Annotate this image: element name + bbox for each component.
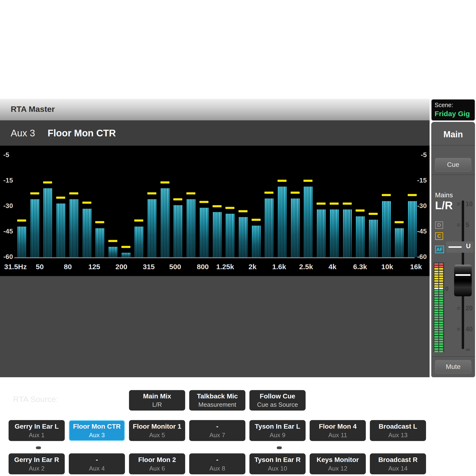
aux-button-title: -	[216, 455, 218, 464]
rta-peak-cap	[238, 210, 248, 212]
meter-segment	[439, 326, 443, 328]
meter-segment	[439, 343, 443, 345]
rta-source-option[interactable]: Main MixL/R	[129, 390, 185, 410]
db-tick-left: -60	[3, 253, 17, 261]
meter-segment	[439, 285, 443, 287]
rta-band-bar	[213, 212, 221, 257]
meter-segment	[439, 300, 443, 301]
aux-select-button[interactable]: Floor Mon 4Aux 11	[310, 420, 366, 441]
aux-select-button[interactable]: Gerry In Ear RAux 2	[9, 453, 65, 474]
rta-band-bar	[56, 204, 65, 257]
fader-knob[interactable]	[454, 265, 472, 296]
db-tick-left: -45	[3, 227, 17, 235]
rta-peak-cap	[82, 202, 91, 204]
rta-peak-cap	[330, 203, 339, 205]
aux-button-sub: Aux 5	[149, 431, 165, 439]
rta-band-bar	[17, 227, 26, 257]
rta-peak-cap	[225, 207, 235, 209]
meter-segment	[439, 317, 443, 318]
rta-peak-cap	[277, 180, 287, 182]
meter-segment	[439, 280, 443, 282]
aux-select-button[interactable]: Tyson In Ear RAux 10	[249, 453, 306, 474]
meter-segment	[439, 290, 443, 291]
meter-segment	[434, 268, 438, 270]
aux-button-title: Broadcast L	[379, 422, 417, 431]
aux-button-sub: Aux 13	[389, 431, 408, 439]
divider	[431, 145, 475, 146]
meter-segment	[439, 329, 443, 330]
delay-badge[interactable]: D	[435, 221, 443, 229]
fader-tick-label: ∞	[465, 346, 470, 353]
fader-tick-dash	[457, 307, 460, 309]
rta-peak-cap	[186, 192, 195, 194]
link-icon	[31, 443, 42, 451]
aux-button-title: Floor Mon 2	[138, 455, 176, 464]
rta-peak-cap	[369, 213, 378, 215]
meter-segment	[439, 348, 443, 350]
divider	[431, 174, 475, 175]
anti-feedback-badge[interactable]: AF	[435, 246, 444, 253]
link-icon	[272, 443, 283, 451]
scene-box[interactable]: Scene: Friday Gig	[431, 99, 475, 121]
rta-band-bar	[395, 228, 404, 257]
aux-select-button[interactable]: Floor Monitor 1Aux 5	[129, 420, 185, 441]
meter-segment	[434, 292, 438, 294]
meter-segment	[434, 307, 438, 308]
rta-chart: -5-5-15-15-30-30-45-45-60-6031.5Hz508012…	[0, 146, 430, 276]
aux-select-button[interactable]: Broadcast LAux 13	[370, 420, 426, 441]
title-bar: RTA Master	[0, 99, 430, 121]
mute-button[interactable]: Mute	[435, 360, 471, 374]
meter-segment	[434, 336, 438, 338]
meter-column	[434, 263, 438, 353]
aux-select-button[interactable]: Floor Mon CTRAux 3	[69, 420, 125, 441]
rta-band-bar	[43, 188, 52, 257]
meter-segment	[434, 317, 438, 318]
meter-segment	[439, 297, 443, 299]
rta-peak-cap	[43, 181, 52, 184]
aux-select-button[interactable]: Broadcast RAux 14	[370, 453, 426, 474]
cue-button[interactable]: Cue	[435, 158, 471, 171]
aux-select-button[interactable]: -Aux 8	[189, 453, 245, 474]
rta-peak-cap	[108, 240, 117, 242]
aux-button-sub: Aux 14	[389, 464, 408, 473]
rta-band-bar	[369, 220, 378, 257]
master-strip: Main Cue Mains L/R D C AF 105U2040∞ 0 Mu…	[431, 122, 475, 377]
aux-select-button[interactable]: Tyson In Ear LAux 9	[249, 420, 306, 441]
aux-select-button[interactable]: -Aux 4	[69, 453, 125, 474]
fader-knob-line	[455, 274, 471, 276]
fader-tick-label: 20	[465, 305, 473, 312]
aux-button-sub: Aux 8	[209, 464, 225, 473]
rta-peak-cap	[147, 192, 156, 194]
comp-badge[interactable]: C	[435, 232, 443, 240]
meter-segment	[439, 266, 443, 267]
main-panel: RTA Master Aux 3 Floor Mon CTR -5-5-15-1…	[0, 99, 430, 377]
meter-segment	[439, 322, 443, 323]
aux-select-button[interactable]: -Aux 7	[189, 420, 245, 441]
rta-source-option[interactable]: Talkback MicMeasurement	[189, 390, 245, 410]
rta-band-bar	[147, 199, 156, 257]
meter-segment	[439, 314, 443, 316]
meter-segment	[439, 351, 443, 352]
aux-select-button[interactable]: Gerry In Ear LAux 1	[9, 420, 65, 441]
rta-source-option[interactable]: Follow CueCue as Source	[249, 390, 306, 410]
rta-band-bar	[264, 199, 273, 257]
aux-button-title: -	[96, 455, 98, 464]
meter-segment	[439, 324, 443, 325]
aux-select-button[interactable]: Floor Mon 2Aux 6	[129, 453, 185, 474]
aux-button-title: Tyson In Ear R	[255, 455, 301, 464]
aux-button-sub: Aux 11	[328, 431, 347, 439]
main-tab[interactable]: Main	[431, 130, 475, 139]
meter-segment	[439, 278, 443, 279]
fader-tick-label: 10	[465, 200, 473, 208]
meter-segment	[434, 305, 438, 306]
meter-segment	[439, 336, 443, 338]
meter-segment	[434, 322, 438, 323]
mains-lr-label: L/R	[435, 199, 453, 212]
rta-peak-cap	[356, 209, 365, 212]
aux-button-sub: Aux 7	[209, 431, 225, 439]
aux-select-button[interactable]: Keys MonitorAux 12	[310, 453, 366, 474]
meter-segment	[439, 309, 443, 311]
aux-button-title: Floor Mon 4	[319, 422, 357, 431]
meter-zero-label: 0	[445, 285, 448, 292]
rta-band-bar	[225, 214, 235, 257]
